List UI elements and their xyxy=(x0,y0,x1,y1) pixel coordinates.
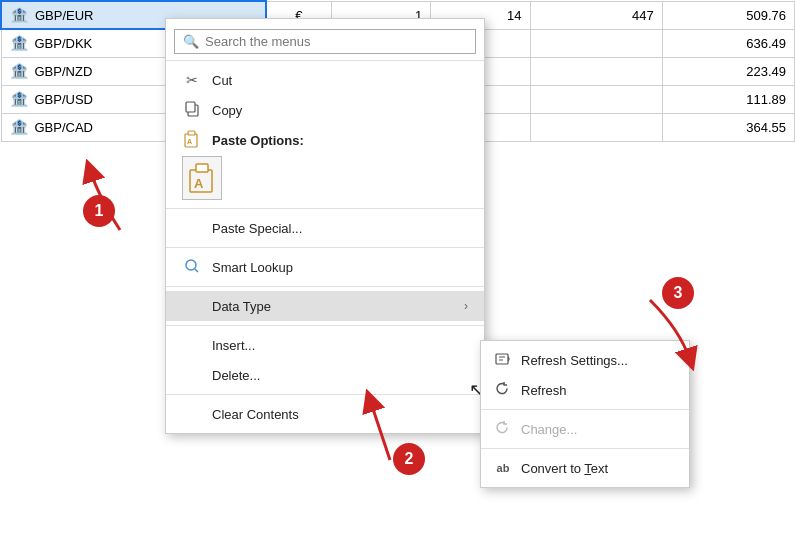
search-icon: 🔍 xyxy=(183,34,199,49)
delete-label: Delete... xyxy=(212,368,468,383)
menu-item-clear-contents[interactable]: Clear Contents xyxy=(166,399,484,429)
submenu-divider xyxy=(481,409,689,410)
cut-label: Cut xyxy=(212,73,468,88)
divider-5 xyxy=(166,325,484,326)
cell-v3-3[interactable] xyxy=(530,57,662,85)
svg-rect-6 xyxy=(196,164,208,172)
paste-options-label: Paste Options: xyxy=(212,133,468,148)
cell-v4-5[interactable]: 364.55 xyxy=(662,113,794,141)
refresh-icon xyxy=(493,381,513,400)
insert-label: Insert... xyxy=(212,338,468,353)
bank-icon-4: 🏦 xyxy=(10,90,29,108)
menu-item-cut[interactable]: ✂ Cut xyxy=(166,65,484,95)
menu-item-copy[interactable]: Copy xyxy=(166,95,484,125)
svg-text:A: A xyxy=(194,176,204,191)
paste-options-icon: A xyxy=(182,130,202,151)
currency-label-2: GBP/DKK xyxy=(35,36,93,51)
divider-3 xyxy=(166,247,484,248)
bank-icon-3: 🏦 xyxy=(10,62,29,80)
cell-v4-3[interactable]: 223.49 xyxy=(662,57,794,85)
copy-icon xyxy=(182,101,202,120)
divider-6 xyxy=(166,394,484,395)
submenu-item-change: Change... xyxy=(481,414,689,444)
cut-icon: ✂ xyxy=(182,72,202,88)
svg-rect-10 xyxy=(496,354,508,364)
svg-point-8 xyxy=(186,260,196,270)
divider-2 xyxy=(166,208,484,209)
divider-1 xyxy=(166,60,484,61)
divider-4 xyxy=(166,286,484,287)
cell-v3-2[interactable] xyxy=(530,29,662,57)
menu-item-paste-options: A Paste Options: xyxy=(166,125,484,156)
menu-item-smart-lookup[interactable]: Smart Lookup xyxy=(166,252,484,282)
menu-item-data-type[interactable]: Data Type › xyxy=(166,291,484,321)
currency-label-3: GBP/NZD xyxy=(35,64,93,79)
smart-lookup-icon xyxy=(182,258,202,277)
refresh-settings-icon xyxy=(493,351,513,370)
bank-icon-2: 🏦 xyxy=(10,34,29,52)
svg-text:A: A xyxy=(187,138,192,145)
paste-icon-button[interactable]: A xyxy=(182,156,222,200)
convert-text-label: Convert to Text xyxy=(521,461,608,476)
submenu: Refresh Settings... Refresh Change... ab… xyxy=(480,340,690,488)
change-label: Change... xyxy=(521,422,577,437)
refresh-label: Refresh xyxy=(521,383,567,398)
menu-search-box[interactable]: 🔍 xyxy=(174,29,476,54)
currency-label-1: GBP/EUR xyxy=(35,8,94,23)
cell-v3-1[interactable]: 447 xyxy=(530,1,662,29)
annotation-2: 2 xyxy=(393,443,425,475)
change-icon xyxy=(493,420,513,439)
svg-rect-3 xyxy=(188,131,195,135)
menu-search-input[interactable] xyxy=(205,34,467,49)
paste-big-icon-row: A xyxy=(166,156,484,204)
submenu-item-refresh-settings[interactable]: Refresh Settings... xyxy=(481,345,689,375)
cell-v4-2[interactable]: 636.49 xyxy=(662,29,794,57)
annotation-1: 1 xyxy=(83,195,115,227)
menu-item-insert[interactable]: Insert... xyxy=(166,330,484,360)
data-type-arrow: › xyxy=(464,299,468,313)
submenu-item-refresh[interactable]: Refresh xyxy=(481,375,689,405)
copy-label: Copy xyxy=(212,103,468,118)
annotation-3: 3 xyxy=(662,277,694,309)
submenu-divider-2 xyxy=(481,448,689,449)
cell-v4-4[interactable]: 111.89 xyxy=(662,85,794,113)
submenu-item-convert-text[interactable]: ab Convert to Text xyxy=(481,453,689,483)
currency-label-5: GBP/CAD xyxy=(35,120,94,135)
svg-line-9 xyxy=(195,269,198,272)
bank-icon-1: 🏦 xyxy=(10,6,29,24)
currency-label-4: GBP/USD xyxy=(35,92,94,107)
refresh-settings-label: Refresh Settings... xyxy=(521,353,628,368)
context-menu: 🔍 ✂ Cut Copy A Paste Options: xyxy=(165,18,485,434)
cell-v3-5[interactable] xyxy=(530,113,662,141)
cell-v3-4[interactable] xyxy=(530,85,662,113)
convert-text-icon: ab xyxy=(493,462,513,474)
smart-lookup-label: Smart Lookup xyxy=(212,260,468,275)
svg-rect-1 xyxy=(186,102,195,112)
paste-special-label: Paste Special... xyxy=(212,221,468,236)
menu-item-delete[interactable]: Delete... xyxy=(166,360,484,390)
clear-contents-label: Clear Contents xyxy=(212,407,468,422)
menu-item-paste-special[interactable]: Paste Special... xyxy=(166,213,484,243)
bank-icon-5: 🏦 xyxy=(10,118,29,136)
cell-v4-1[interactable]: 509.76 xyxy=(662,1,794,29)
data-type-label: Data Type xyxy=(212,299,454,314)
